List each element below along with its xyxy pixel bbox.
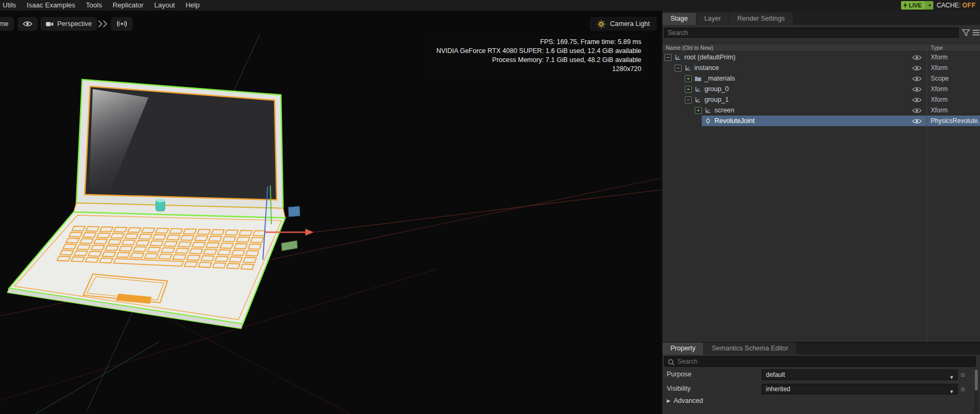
light-icon: [597, 20, 606, 29]
camera-icon: [46, 21, 54, 27]
eye-icon[interactable]: [912, 118, 922, 124]
fps-stat: FPS: 169.75, Frame time: 5.89 ms: [436, 38, 641, 47]
chevrons-icon: [97, 20, 109, 28]
tree-row-root[interactable]: − root (defaultPrim) Xform: [663, 52, 980, 63]
live-sync-button[interactable]: LIVE: [901, 1, 925, 10]
folder-icon: [694, 75, 702, 82]
menu-layout[interactable]: Layout: [149, 0, 180, 11]
default-value-indicator[interactable]: [961, 373, 965, 377]
tab-stage[interactable]: Stage: [663, 13, 696, 25]
collapsed-arrow-icon: ▶: [667, 398, 670, 403]
visibility-menu-button[interactable]: [17, 17, 38, 31]
viewport[interactable]: me Perspective: [0, 11, 661, 414]
capsule-top: [156, 199, 165, 202]
menu-replicator[interactable]: Replicator: [107, 0, 149, 11]
tree-row-group0[interactable]: + group_0 Xform: [663, 84, 980, 94]
eye-icon[interactable]: [912, 76, 922, 82]
filter-button[interactable]: [962, 29, 970, 37]
tab-property[interactable]: Property: [663, 342, 704, 355]
visibility-value: inherited: [766, 385, 790, 393]
tree-row-revolutejoint[interactable]: + RevoluteJoint PhysicsRevolute.: [663, 116, 980, 126]
menu-tools[interactable]: Tools: [81, 0, 107, 11]
eye-icon[interactable]: [912, 108, 922, 113]
stage-options-button[interactable]: [972, 29, 980, 37]
prim-name: _materials: [704, 75, 735, 82]
viewport-stats: FPS: 169.75, Frame time: 5.89 ms NVIDIA …: [429, 34, 648, 77]
joint-icon: [704, 117, 712, 125]
eye-icon[interactable]: [912, 65, 922, 71]
purpose-label: Purpose: [667, 371, 692, 378]
tab-render-settings[interactable]: Render Settings: [729, 13, 793, 25]
broadcast-icon: [116, 20, 128, 28]
tree-row-group1[interactable]: − group_1 Xform: [663, 94, 980, 105]
xform-icon: [694, 85, 702, 93]
green-cube-prim[interactable]: [281, 241, 297, 251]
laptop-model[interactable]: [7, 80, 285, 329]
expand-icon[interactable]: +: [685, 86, 692, 93]
stage-search-input[interactable]: [664, 28, 959, 38]
prim-type: Scope: [931, 75, 949, 82]
prim-type: Xform: [931, 64, 948, 72]
tree-row-instance[interactable]: − instance Xform: [663, 63, 980, 73]
xform-icon: [684, 64, 692, 72]
camera-light-button[interactable]: Camera Light: [590, 17, 657, 31]
menu-utils[interactable]: Utils: [0, 0, 21, 11]
live-dropdown-chevron[interactable]: ▼: [925, 1, 933, 10]
eye-icon[interactable]: [912, 97, 922, 103]
eye-icon[interactable]: [912, 86, 922, 92]
live-label: LIVE: [909, 2, 922, 8]
gpu-stat: NVIDIA GeForce RTX 4080 SUPER: 1.6 GiB u…: [436, 47, 641, 56]
eye-icon[interactable]: [912, 55, 922, 60]
magnifier-icon: [668, 358, 676, 367]
menu-bar: Utils Isaac Examples Tools Replicator La…: [0, 0, 980, 11]
camera-selector-button[interactable]: Perspective: [40, 17, 97, 31]
prim-name: instance: [694, 64, 719, 72]
expand-icon[interactable]: +: [695, 107, 702, 114]
tree-column-header[interactable]: Name (Old to New) Type: [663, 43, 980, 51]
scrollbar-thumb[interactable]: [975, 369, 978, 391]
collapse-icon[interactable]: −: [685, 96, 692, 103]
default-value-indicator[interactable]: [961, 387, 965, 391]
expand-icon[interactable]: +: [685, 75, 692, 82]
advanced-label: Advanced: [674, 397, 703, 404]
right-panel: Stage Layer Render Settings Name (Old to…: [661, 11, 980, 414]
live-session-button[interactable]: [111, 17, 133, 31]
tree-row-screen[interactable]: + screen Xform: [663, 105, 980, 116]
menu-help[interactable]: Help: [180, 0, 205, 11]
resolution-stat: 1280x720: [436, 65, 641, 74]
camera-light-label: Camera Light: [610, 20, 650, 28]
xform-icon: [704, 107, 712, 114]
toolbar-expand-handle[interactable]: [97, 20, 109, 30]
property-row-purpose: Purpose default ▼: [663, 369, 980, 380]
cache-label: CACHE:: [937, 2, 960, 9]
purpose-dropdown[interactable]: default ▼: [762, 369, 958, 380]
visibility-dropdown[interactable]: inherited ▼: [762, 384, 958, 394]
column-type[interactable]: Type: [931, 44, 943, 51]
clipped-toolbar-button[interactable]: me: [0, 17, 14, 31]
prim-name: screen: [714, 107, 735, 114]
column-name[interactable]: Name (Old to New): [666, 44, 713, 51]
eye-icon: [23, 21, 32, 27]
blue-cube-prim[interactable]: [288, 206, 300, 217]
collapse-icon[interactable]: −: [675, 65, 682, 72]
prim-type: Xform: [931, 54, 948, 61]
prim-name: group_1: [704, 96, 729, 103]
property-scrollbar[interactable]: [974, 369, 978, 413]
clipped-toolbar-label: me: [0, 20, 8, 28]
prim-name: root (defaultPrim): [684, 54, 736, 61]
options-icon: [972, 29, 980, 36]
advanced-section-toggle[interactable]: ▶ Advanced: [667, 397, 703, 404]
menu-isaac-examples[interactable]: Isaac Examples: [21, 0, 81, 11]
lightning-icon: [903, 2, 907, 8]
tab-layer[interactable]: Layer: [696, 13, 729, 25]
column-divider: [926, 43, 927, 342]
prim-type: Xform: [931, 96, 948, 103]
property-search-input[interactable]: [677, 357, 972, 366]
funnel-icon: [962, 29, 970, 37]
prim-type: Xform: [931, 107, 948, 114]
tab-semantics-schema-editor[interactable]: Semantics Schema Editor: [704, 342, 797, 355]
tree-row-materials[interactable]: + _materials Scope: [663, 73, 980, 84]
prim-type: Xform: [931, 85, 948, 93]
collapse-icon[interactable]: −: [665, 54, 672, 61]
cache-status[interactable]: OFF: [963, 2, 980, 9]
